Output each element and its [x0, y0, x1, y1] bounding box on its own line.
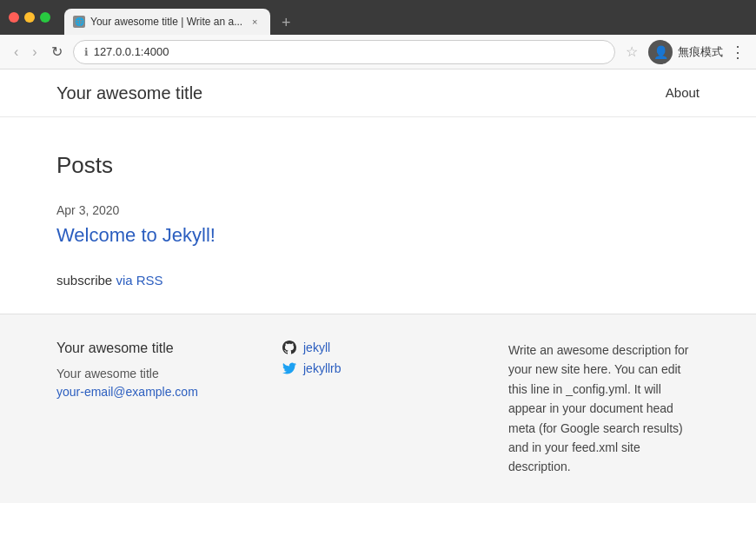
footer-col-social: jekyll jekyllrb: [282, 341, 474, 477]
traffic-lights: [9, 12, 50, 23]
site-footer: Your awesome title Your awesome title yo…: [0, 314, 756, 503]
footer-social-links: jekyll jekyllrb: [282, 341, 474, 375]
tab-close-button[interactable]: ×: [248, 15, 262, 29]
tab-bar: 🌐 Your awesome title | Write an a... × +: [64, 0, 747, 35]
traffic-light-green[interactable]: [40, 12, 50, 23]
address-bar: ‹ › ↻ ℹ 127.0.0.1:4000 ☆ 👤 無痕模式 ⋮: [0, 35, 756, 69]
site-header: Your awesome title About: [0, 69, 756, 117]
tab-favicon: 🌐: [73, 16, 85, 28]
twitter-link[interactable]: jekyllrb: [282, 361, 474, 375]
profile-icon: 👤: [648, 40, 673, 64]
browser-chrome: 🌐 Your awesome title | Write an a... × +: [0, 0, 756, 35]
browser-tab[interactable]: 🌐 Your awesome title | Write an a... ×: [64, 9, 270, 35]
subscribe-text: subscribe via RSS: [56, 273, 700, 288]
tab-title: Your awesome title | Write an a...: [90, 16, 242, 28]
post-title-link[interactable]: Welcome to Jekyll!: [56, 224, 700, 247]
github-label: jekyll: [303, 341, 330, 354]
footer-description: Write an awesome description for your ne…: [508, 341, 700, 477]
post-date: Apr 3, 2020: [56, 203, 700, 217]
incognito-label: 無痕模式: [678, 44, 723, 60]
footer-col-desc: Write an awesome description for your ne…: [508, 341, 700, 477]
github-link[interactable]: jekyll: [282, 341, 474, 354]
site-title: Your awesome title: [56, 83, 202, 103]
lock-icon: ℹ: [84, 46, 89, 58]
about-nav-link[interactable]: About: [666, 85, 700, 100]
bookmark-star-icon[interactable]: ☆: [626, 43, 638, 60]
site-nav: About: [666, 85, 700, 101]
browser-menu-button[interactable]: ⋮: [730, 43, 746, 62]
site-main: Posts Apr 3, 2020 Welcome to Jekyll! sub…: [0, 117, 756, 314]
footer-col-info: Your awesome title Your awesome title yo…: [56, 341, 248, 477]
github-icon: [282, 341, 296, 354]
profile-area[interactable]: 👤 無痕模式: [648, 40, 723, 64]
back-button[interactable]: ‹: [10, 43, 22, 62]
refresh-button[interactable]: ↻: [48, 42, 66, 62]
posts-heading: Posts: [56, 152, 700, 179]
url-bar[interactable]: ℹ 127.0.0.1:4000: [73, 40, 615, 64]
traffic-light-red[interactable]: [9, 12, 19, 23]
footer-title: Your awesome title: [56, 341, 248, 356]
footer-site-name: Your awesome title: [56, 367, 248, 380]
traffic-light-yellow[interactable]: [24, 12, 35, 23]
twitter-label: jekyllrb: [303, 361, 342, 375]
rss-link[interactable]: via RSS: [116, 273, 162, 288]
footer-email-link[interactable]: your-email@example.com: [56, 385, 198, 399]
new-tab-button[interactable]: +: [274, 10, 298, 35]
subscribe-prefix: subscribe: [56, 273, 116, 288]
twitter-icon: [282, 361, 296, 375]
url-text: 127.0.0.1:4000: [94, 45, 169, 58]
forward-button[interactable]: ›: [29, 43, 40, 62]
